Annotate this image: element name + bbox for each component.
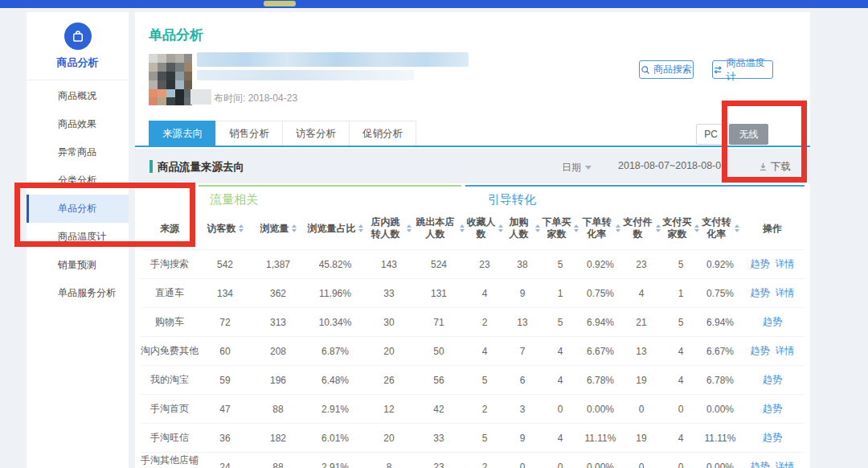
column-header: 收藏人数	[465, 212, 504, 249]
value-cell: 4	[465, 279, 504, 307]
sidebar-item[interactable]: 销量预测	[27, 251, 129, 279]
value-cell: 60	[199, 337, 252, 365]
value-cell: 2	[465, 308, 504, 336]
column-header-label: 下单转化率	[580, 216, 613, 240]
section-marker	[149, 160, 153, 173]
annotation-box-wireless-download	[722, 101, 807, 183]
sort-icon[interactable]	[358, 224, 363, 232]
trend-link[interactable]: 趋势	[751, 344, 770, 358]
column-header-label: 支付买家数	[662, 216, 692, 240]
column-header: 支付转化率	[700, 212, 740, 249]
product-thermometer-label: 商品温度计	[726, 56, 772, 84]
value-cell: 4	[541, 337, 579, 365]
detail-link[interactable]: 详情	[776, 257, 795, 271]
table-row: 直通车13436211.96%331314910.75%410.75%趋势详情	[141, 278, 805, 307]
value-cell: 6.67%	[579, 337, 621, 365]
trend-link[interactable]: 趋势	[763, 373, 782, 387]
value-cell: 42	[412, 395, 465, 423]
product-search-label: 商品搜索	[653, 63, 692, 76]
sort-icon[interactable]	[535, 224, 540, 232]
trend-link[interactable]: 趋势	[763, 315, 782, 329]
value-cell: 362	[252, 279, 305, 307]
value-cell: 36	[199, 424, 252, 452]
tab[interactable]: 访客分析	[282, 121, 350, 146]
value-cell: 13	[621, 337, 661, 365]
sort-icon[interactable]	[616, 224, 620, 232]
source-cell: 手淘旺信	[141, 424, 199, 452]
sort-icon[interactable]	[694, 224, 699, 232]
value-cell: 5	[541, 250, 579, 278]
value-cell: 72	[199, 308, 252, 336]
value-cell: 59	[199, 366, 252, 394]
value-cell: 50	[412, 337, 465, 365]
value-cell: 542	[199, 250, 252, 278]
tab[interactable]: 销售分析	[215, 121, 283, 146]
trend-link[interactable]: 趋势	[763, 431, 782, 445]
value-cell: 4	[465, 337, 504, 365]
value-cell: 33	[366, 279, 412, 307]
detail-link[interactable]: 详情	[776, 344, 795, 358]
detail-link[interactable]: 详情	[776, 286, 795, 300]
value-cell: 196	[252, 366, 305, 394]
sort-icon[interactable]	[735, 224, 739, 232]
tab[interactable]: 促销分析	[349, 121, 416, 146]
value-cell: 0	[661, 453, 700, 468]
column-header-label: 访客数	[207, 223, 236, 235]
sort-icon[interactable]	[407, 224, 411, 232]
sidebar-item[interactable]: 单品服务分析	[27, 279, 129, 307]
column-header-label: 支付件数	[622, 216, 653, 240]
column-header: 支付件数	[621, 212, 661, 249]
date-range-picker[interactable]: 2018-08-07~2018-08-07	[618, 160, 727, 171]
blurred-product-title	[197, 52, 469, 67]
section-title: 商品流量来源去向	[158, 160, 244, 174]
product-search-button[interactable]: 商品搜索	[639, 60, 694, 79]
sort-icon[interactable]	[574, 224, 579, 232]
sort-icon[interactable]	[239, 224, 244, 232]
value-cell: 45.82%	[305, 250, 366, 278]
source-cell: 我的淘宝	[141, 366, 199, 394]
trend-link[interactable]: 趋势	[763, 402, 782, 416]
value-cell: 71	[412, 308, 465, 336]
sidebar-item[interactable]: 异常商品	[27, 138, 129, 166]
page: 商品分析 商品概况商品效果异常商品分类分析单品分析商品温度计销量预测单品服务分析…	[0, 0, 868, 468]
sidebar-title: 商品分析	[27, 55, 129, 70]
sidebar-item[interactable]: 商品效果	[27, 110, 129, 138]
detail-link[interactable]: 详情	[776, 460, 795, 468]
product-thumbnail	[149, 54, 192, 105]
tabs-underline	[135, 146, 810, 147]
trend-link[interactable]: 趋势	[751, 257, 770, 271]
tab[interactable]: 来源去向	[149, 121, 216, 146]
value-cell: 0.00%	[700, 453, 740, 468]
value-cell: 30	[366, 308, 412, 336]
sort-icon[interactable]	[498, 224, 503, 232]
value-cell: 5	[465, 366, 504, 394]
value-cell: 20	[366, 424, 412, 452]
date-dropdown[interactable]: 日期	[562, 161, 592, 174]
trend-link[interactable]: 趋势	[751, 460, 770, 468]
sort-icon[interactable]	[292, 224, 297, 232]
product-thermometer-button[interactable]: 商品温度计	[712, 60, 773, 79]
value-cell: 6.01%	[305, 424, 366, 452]
value-cell: 0	[621, 453, 661, 468]
chevron-down-icon	[585, 166, 592, 170]
sidebar-item[interactable]: 商品概况	[27, 82, 129, 110]
table-row: 手淘搜索5421,38745.82%143524233850.92%2350.9…	[141, 249, 805, 278]
actions-cell: 趋势详情	[740, 250, 805, 278]
value-cell: 9	[504, 424, 541, 452]
sort-icon[interactable]	[460, 224, 465, 232]
column-header-label: 浏览量	[260, 223, 289, 235]
table-row: 淘内免费其他602086.87%20504746.67%1346.67%趋势详情	[141, 336, 805, 365]
value-cell: 8	[366, 453, 412, 468]
value-cell: 88	[252, 395, 305, 423]
trend-link[interactable]: 趋势	[751, 286, 770, 300]
swap-arrows-icon	[713, 65, 723, 75]
value-cell: 4	[661, 337, 700, 365]
source-cell: 淘内免费其他	[141, 337, 199, 365]
table-row: 手淘其他店铺商品24882.91%8232000.00%000.00%趋势详情	[141, 452, 805, 468]
column-header: 下单买家数	[541, 212, 579, 249]
value-cell: 21	[621, 308, 661, 336]
value-cell: 6.94%	[579, 308, 621, 336]
table-row: 手淘首页47882.91%12422300.00%000.00%趋势	[141, 394, 805, 423]
sort-icon[interactable]	[656, 224, 661, 232]
value-cell: 0.75%	[579, 279, 621, 307]
